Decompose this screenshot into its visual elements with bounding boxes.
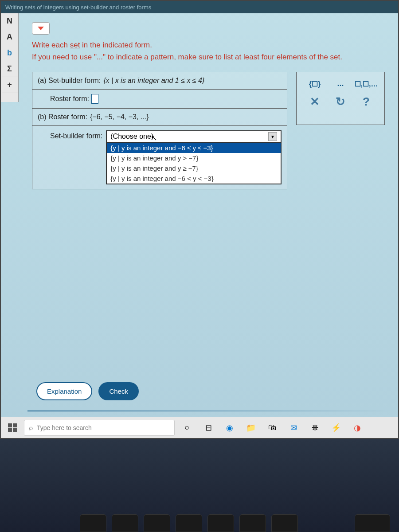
instr-part1: Write each	[32, 41, 70, 49]
kb-key	[239, 514, 266, 532]
explorer-icon[interactable]: 📁	[242, 420, 260, 436]
background-area	[0, 439, 399, 532]
store-icon[interactable]: 🛍	[263, 420, 281, 436]
part-b-content: {−6, −5, −4, −3, ...}	[90, 113, 149, 121]
part-b-label: (b) Roster form:	[38, 113, 87, 121]
left-tab-b[interactable]: b	[2, 45, 18, 61]
problem-box: (a) Set-builder form: {x | x is an integ…	[32, 72, 287, 189]
kb-key	[144, 514, 170, 532]
search-input[interactable]	[37, 424, 170, 431]
part-b-setbuilder-row: Set-builder form: (Choose one) ▼ {y | y …	[32, 126, 287, 189]
dropdown-select[interactable]: (Choose one) ▼	[106, 130, 282, 143]
help-button[interactable]: ?	[358, 95, 374, 108]
app-window: Writing sets of integers using set-build…	[0, 0, 399, 439]
taskbar: ⌕ ○ ⊟ ◉ 📁 🛍 ✉ ❋ ⚡ ◑	[1, 417, 398, 438]
roster-input[interactable]	[91, 94, 98, 104]
part-a-content: {x | x is an integer and 1 ≤ x ≤ 4}	[103, 77, 204, 85]
search-box[interactable]: ⌕	[24, 420, 175, 436]
divider	[27, 411, 394, 411]
part-b-setbuilder-label: Set-builder form:	[50, 132, 102, 140]
part-b-row: (b) Roster form: {−6, −5, −4, −3, ...}	[32, 109, 287, 126]
dropdown-option-4[interactable]: {y | y is an integer and −6 < y < −3}	[107, 173, 281, 184]
dropdown-options: {y | y is an integer and −6 ≤ y ≤ −3} {y…	[106, 143, 282, 184]
kb-key	[355, 514, 390, 532]
toolbox: {☐} … ☐,☐,… ✕ ↻ ?	[296, 72, 385, 125]
close-button[interactable]: ✕	[307, 95, 323, 108]
problem-container: (a) Set-builder form: {x | x is an integ…	[32, 72, 385, 189]
title-bar: Writing sets of integers using set-build…	[1, 1, 398, 13]
kb-key	[80, 514, 106, 532]
kb-key	[271, 514, 298, 532]
part-a-row: (a) Set-builder form: {x | x is an integ…	[32, 72, 287, 90]
pattern-button[interactable]: ☐,☐,…	[358, 78, 374, 90]
left-tab-a[interactable]: A	[2, 29, 18, 45]
kb-key	[176, 514, 202, 532]
start-button[interactable]	[4, 420, 20, 436]
instr-part2: in the indicated form.	[80, 41, 152, 49]
section-toggle[interactable]	[32, 22, 50, 35]
button-row: Explanation Check	[36, 382, 139, 400]
dropdown-option-2[interactable]: {y | y is an integer and y > −7}	[107, 153, 281, 163]
tool-row-1: {☐} … ☐,☐,…	[302, 78, 379, 90]
task-view-icon[interactable]: ⊟	[200, 420, 217, 436]
left-tab-sigma[interactable]: Σ	[2, 61, 18, 77]
explanation-button[interactable]: Explanation	[36, 382, 92, 400]
check-button[interactable]: Check	[98, 382, 139, 400]
keyboard	[0, 510, 399, 532]
reset-button[interactable]: ↻	[332, 95, 348, 108]
kb-key	[207, 514, 234, 532]
title-text: Writing sets of integers using set-build…	[5, 4, 151, 11]
dropdown-option-3[interactable]: {y | y is an integer and y ≥ −7}	[107, 163, 281, 173]
dropdown-arrow-icon: ▼	[268, 132, 277, 141]
dots-button[interactable]: …	[332, 78, 348, 90]
chevron-down-icon	[38, 27, 44, 30]
part-a-roster-label: Roster form:	[50, 95, 89, 103]
left-tab-n[interactable]: N	[2, 13, 18, 29]
instr-line2: If you need to use "..." to indicate a p…	[32, 53, 342, 61]
edge-icon[interactable]: ◉	[221, 420, 239, 436]
windows-icon	[8, 423, 17, 432]
app-icon[interactable]: ◑	[348, 420, 366, 436]
power-icon[interactable]: ⚡	[327, 420, 345, 436]
part-a-label: (a) Set-builder form:	[38, 77, 101, 85]
main-content: Write each set in the indicated form. If…	[19, 13, 398, 438]
settings-icon[interactable]: ❋	[306, 420, 324, 436]
instructions: Write each set in the indicated form. If…	[32, 39, 385, 63]
cortana-icon[interactable]: ○	[178, 420, 196, 436]
set-link[interactable]: set	[70, 41, 80, 49]
dropdown-option-1[interactable]: {y | y is an integer and −6 ≤ y ≤ −3}	[107, 143, 281, 153]
tool-row-2: ✕ ↻ ?	[302, 95, 379, 108]
kb-key	[112, 514, 138, 532]
dropdown-placeholder: (Choose one)	[110, 133, 153, 141]
braces-button[interactable]: {☐}	[307, 78, 323, 90]
setbuilder-dropdown: (Choose one) ▼ {y | y is an integer and …	[106, 130, 282, 184]
part-a-roster-row: Roster form:	[32, 90, 287, 109]
search-icon: ⌕	[29, 424, 33, 432]
left-tab-plus[interactable]: +	[2, 77, 18, 93]
mail-icon[interactable]: ✉	[285, 420, 302, 436]
left-panel: N A b Σ +	[1, 13, 19, 102]
